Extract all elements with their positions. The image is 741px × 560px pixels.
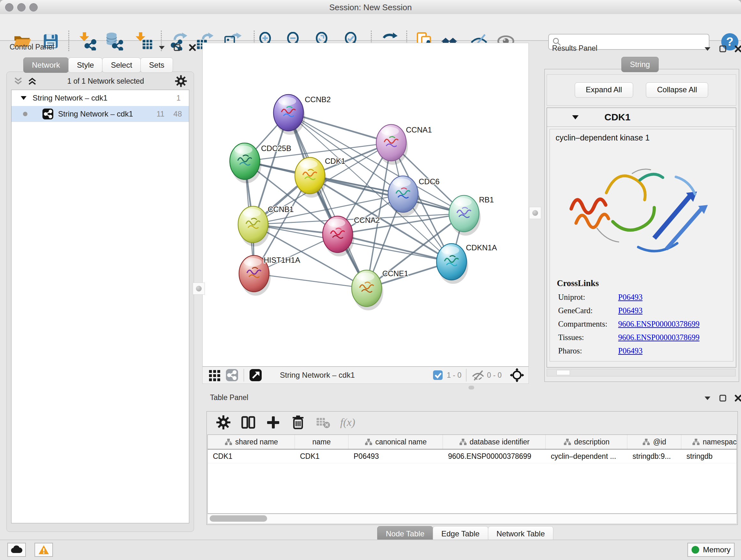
crosslink-label: Pharos: bbox=[558, 347, 618, 355]
crosslink-link[interactable]: P06493 bbox=[618, 347, 643, 355]
table-cell[interactable]: stringdb bbox=[681, 449, 737, 463]
collapse-all-networks-icon[interactable] bbox=[14, 77, 23, 85]
gene-expand-triangle-icon[interactable] bbox=[572, 115, 579, 120]
network-view-share-icon[interactable] bbox=[225, 368, 239, 382]
network-node-hist1h1a[interactable]: HIST1H1A bbox=[239, 255, 300, 296]
selected-checkbox-icon[interactable] bbox=[431, 368, 445, 382]
table-panel-close-icon[interactable] bbox=[735, 395, 741, 401]
network-options-gear-icon[interactable] bbox=[175, 75, 187, 87]
crosslink-link[interactable]: 9606.ENSP00000378699 bbox=[618, 333, 699, 342]
table-h-scrollbar-thumb[interactable] bbox=[210, 515, 267, 522]
birdseye-view-icon[interactable] bbox=[249, 368, 263, 382]
tab-network[interactable]: Network bbox=[23, 57, 69, 73]
table-cell[interactable]: CDK1 bbox=[208, 449, 295, 463]
column-header-shared-name[interactable]: shared name bbox=[208, 435, 295, 449]
control-panel-close-icon[interactable] bbox=[189, 44, 196, 51]
window-title: Session: New Session bbox=[0, 3, 741, 12]
results-scrollbar[interactable] bbox=[547, 369, 736, 376]
create-column-plus-icon[interactable] bbox=[266, 415, 281, 430]
expand-all-button[interactable]: Expand All bbox=[575, 82, 633, 98]
column-header-description[interactable]: description bbox=[546, 435, 627, 449]
table-row[interactable]: CDK1CDK1P064939606.ENSP00000378699cyclin… bbox=[208, 449, 737, 463]
table-cell[interactable]: stringdb:9... bbox=[627, 449, 681, 463]
delete-column-trash-icon[interactable] bbox=[290, 415, 306, 430]
table-cell[interactable]: 9606.ENSP00000378699 bbox=[443, 449, 546, 463]
control-panel-collapse-icon[interactable] bbox=[158, 45, 165, 50]
string-network-icon bbox=[42, 108, 54, 120]
hidden-eye-icon[interactable] bbox=[471, 368, 485, 382]
network-list: String Network – cdk1 1 String Network –… bbox=[11, 90, 189, 523]
tab-network-table[interactable]: Network Table bbox=[488, 526, 554, 542]
network-node-cdkn1a[interactable]: CDKN1A bbox=[436, 243, 497, 284]
table-cell[interactable]: P06493 bbox=[348, 449, 443, 463]
column-header-name[interactable]: name bbox=[295, 435, 348, 449]
gene-description: cyclin–dependent kinase 1 bbox=[556, 133, 733, 142]
fit-content-crosshair-icon[interactable] bbox=[510, 368, 524, 382]
tab-select[interactable]: Select bbox=[102, 57, 141, 73]
results-panel-float-icon[interactable] bbox=[719, 45, 726, 52]
table-panel-float-icon[interactable] bbox=[719, 395, 726, 401]
node-label: CDC6 bbox=[419, 177, 440, 186]
memory-button[interactable]: Memory bbox=[687, 543, 735, 557]
cloud-button[interactable] bbox=[7, 543, 26, 557]
string-network-graph[interactable]: CCNB2CCNA1CDC25BCDK1CDC6RB1CCNB1CCNA2CDK… bbox=[203, 43, 529, 366]
gene-section-header[interactable]: CDK1 bbox=[547, 108, 736, 127]
results-panel-title: Results Panel bbox=[552, 44, 597, 53]
tab-style[interactable]: Style bbox=[68, 57, 103, 73]
column-header-database-identifier[interactable]: database identifier bbox=[443, 435, 546, 449]
network-node-ccne1[interactable]: CCNE1 bbox=[352, 269, 408, 310]
network-node-ccnb1[interactable]: CCNB1 bbox=[238, 205, 293, 246]
right-splitter-handle[interactable] bbox=[529, 207, 541, 219]
column-header-namespace[interactable]: namespace bbox=[681, 435, 737, 449]
tab-node-table[interactable]: Node Table bbox=[377, 526, 433, 542]
network-node-ccnb2[interactable]: CCNB2 bbox=[273, 95, 331, 135]
table-cell[interactable]: cyclin–dependent ... bbox=[546, 449, 627, 463]
network-node-cdc25b[interactable]: CDC25B bbox=[230, 143, 291, 183]
table-toolbar: f(x) bbox=[207, 412, 741, 433]
function-builder-icon: f(x) bbox=[340, 416, 355, 428]
network-node-count: 11 bbox=[156, 110, 164, 118]
network-node-rb1[interactable]: RB1 bbox=[449, 195, 494, 236]
table-panel: Table Panel f(x) shared namenamecanonica… bbox=[202, 386, 741, 543]
network-row[interactable]: String Network – cdk1 11 48 bbox=[11, 106, 189, 122]
tab-string[interactable]: String bbox=[621, 57, 659, 72]
network-node-cdc6[interactable]: CDC6 bbox=[388, 176, 440, 216]
crosslink-link[interactable]: P06493 bbox=[618, 293, 643, 302]
collapse-all-button[interactable]: Collapse All bbox=[646, 82, 708, 98]
results-panel-close-icon[interactable] bbox=[735, 45, 741, 52]
tab-edge-table[interactable]: Edge Table bbox=[433, 526, 488, 542]
table-h-scrollbar[interactable] bbox=[207, 514, 737, 524]
node-label: CCNA2 bbox=[354, 216, 380, 225]
warning-button[interactable] bbox=[35, 543, 53, 557]
crosslink-row: Tissues:9606.ENSP00000378699 bbox=[558, 333, 733, 342]
table-options-gear-icon[interactable] bbox=[216, 415, 231, 430]
column-type-icon bbox=[459, 438, 467, 446]
column-header-id[interactable]: @id bbox=[627, 435, 681, 449]
control-panel-float-icon[interactable] bbox=[174, 44, 181, 51]
network-canvas[interactable]: CCNB2CCNA1CDC25BCDK1CDC6RB1CCNB1CCNA2CDK… bbox=[202, 43, 529, 367]
column-header-canonical-name[interactable]: canonical name bbox=[348, 435, 443, 449]
show-columns-icon[interactable] bbox=[241, 415, 256, 430]
crosslink-label: GeneCard: bbox=[558, 306, 618, 315]
table-cell[interactable]: CDK1 bbox=[295, 449, 348, 463]
network-collection-row[interactable]: String Network – cdk1 1 bbox=[11, 90, 189, 106]
expand-all-networks-icon[interactable] bbox=[28, 77, 37, 85]
tab-sets[interactable]: Sets bbox=[140, 57, 173, 73]
network-edge[interactable] bbox=[288, 113, 367, 288]
crosslink-link[interactable]: P06493 bbox=[618, 306, 643, 315]
network-node-cdk1[interactable]: CDK1 bbox=[295, 157, 345, 198]
crosslink-label: Uniprot: bbox=[558, 293, 618, 302]
grid-view-icon[interactable] bbox=[208, 368, 222, 382]
results-scrollbar-thumb[interactable] bbox=[556, 370, 570, 375]
collection-count: 1 bbox=[177, 94, 181, 103]
network-selection-status: 1 of 1 Network selected bbox=[37, 77, 175, 85]
collection-expand-triangle-icon[interactable] bbox=[20, 96, 27, 100]
network-node-ccna2[interactable]: CCNA2 bbox=[323, 216, 380, 256]
crosslink-link[interactable]: 9606.ENSP00000378699 bbox=[618, 320, 699, 328]
network-edge[interactable] bbox=[254, 273, 367, 288]
column-label: description bbox=[574, 438, 610, 446]
table-panel-collapse-icon[interactable] bbox=[704, 395, 711, 401]
left-splitter-handle[interactable] bbox=[193, 283, 205, 295]
network-node-ccna1[interactable]: CCNA1 bbox=[376, 125, 432, 165]
results-panel-collapse-icon[interactable] bbox=[704, 46, 711, 51]
